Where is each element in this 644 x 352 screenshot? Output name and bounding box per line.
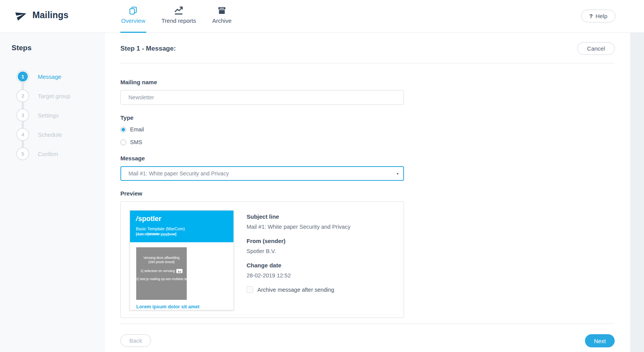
message-select-value: Mail #1: White paper Security and Privac…	[128, 170, 397, 177]
mailing-name-label: Mailing name	[120, 79, 404, 85]
archive-box-icon	[217, 5, 226, 16]
type-label: Type	[120, 114, 404, 121]
from-sender-value: Spotler B.V.	[247, 248, 350, 254]
preview-label: Preview	[120, 190, 404, 197]
tab-archive[interactable]: Archive	[211, 0, 232, 33]
step-circle-3: 3	[17, 109, 29, 121]
radio-sms-label: SMS	[130, 139, 142, 145]
cancel-button[interactable]: Cancel	[577, 42, 615, 55]
step-label-target-group: Target group	[38, 93, 70, 99]
header-tabs: Overview Trend reports	[120, 0, 232, 33]
app-header: Mailings Overview	[0, 0, 644, 33]
question-mark-icon: ?	[589, 13, 593, 19]
radio-option-sms[interactable]: SMS	[120, 138, 404, 146]
archive-after-sending-option[interactable]: Archive message after sending	[247, 286, 350, 293]
thumbnail-lorem-heading: Lorem ipsum dolor sit amet	[136, 304, 228, 309]
step-settings[interactable]: 3 Settings	[12, 105, 105, 125]
tab-overview-label: Overview	[121, 17, 145, 24]
chevron-down-icon: ▾	[397, 172, 399, 176]
logo-text: spotler	[138, 215, 161, 223]
trend-chart-icon	[174, 5, 184, 16]
subject-line-label: Subject line	[247, 213, 350, 220]
step-circle-4: 4	[17, 129, 29, 140]
message-label: Message	[120, 155, 404, 162]
placeholder-line2: (260 pixels breed)	[136, 260, 187, 264]
stepper: 1 Message 2 Target group 3 Settings 4 Sc…	[12, 67, 105, 163]
tab-trend-reports[interactable]: Trend reports	[161, 0, 197, 33]
picture-icon	[176, 269, 183, 273]
subject-line-value: Mail #1: White paper Security and Privac…	[247, 224, 350, 230]
tab-archive-label: Archive	[212, 17, 232, 24]
title-divider	[120, 63, 615, 63]
help-button[interactable]: ? Help	[581, 10, 615, 22]
app-title: Mailings	[32, 10, 69, 20]
step-confirm[interactable]: 5 Confirm	[12, 144, 105, 163]
change-date-label: Change date	[247, 262, 350, 269]
step-label-message: Message	[38, 73, 61, 80]
brand: Mailings	[15, 9, 69, 21]
logo-slash: /	[136, 215, 138, 223]
message-form: Mailing name Type Email SMS Message Mail…	[120, 79, 404, 318]
email-preview-thumbnail[interactable]: /spotler Basic Template (MarCom) [date:n…	[130, 210, 234, 310]
steps-sidebar: Steps 1 Message 2 Target group 3 Setting…	[0, 33, 105, 352]
page: Mailings Overview	[0, 0, 644, 352]
radio-email-icon	[120, 127, 126, 133]
step-circle-1: 1	[17, 71, 29, 82]
placeholder-line4: 2) test je mailing op een mobiele telefo…	[136, 277, 187, 281]
step-circle-5: 5	[17, 148, 29, 160]
archive-checkbox-label: Archive message after sending	[257, 287, 334, 293]
steps-title: Steps	[12, 44, 105, 52]
footer-divider	[120, 323, 615, 324]
date-merge-tag: [date:nl|MMMM yyyy|now]	[136, 232, 228, 236]
placeholder-line1: Vervang deze afbeelding	[136, 256, 187, 260]
preview-panel: /spotler Basic Template (MarCom) [date:n…	[120, 201, 404, 318]
template-name: Basic Template (MarCom)	[136, 226, 228, 231]
step-label-settings: Settings	[38, 112, 59, 119]
spotler-logo: /spotler	[136, 215, 228, 223]
page-title: Step 1 - Message:	[120, 45, 176, 53]
step-label-schedule: Schedule	[38, 131, 62, 138]
radio-email-label: Email	[130, 126, 144, 133]
image-placeholder: Vervang deze afbeelding (260 pixels bree…	[136, 247, 187, 300]
radio-option-email[interactable]: Email	[120, 125, 404, 134]
tab-trend-reports-label: Trend reports	[162, 17, 196, 24]
mailing-name-input[interactable]	[120, 90, 404, 105]
archive-checkbox[interactable]	[247, 286, 253, 293]
overview-pages-icon	[128, 5, 138, 16]
from-sender-label: From (sender)	[247, 238, 350, 244]
step-message[interactable]: 1 Message	[12, 67, 105, 86]
help-button-label: Help	[595, 13, 607, 19]
main-content: Step 1 - Message: Cancel Mailing name Ty…	[105, 33, 630, 352]
change-date-value: 28-02-2019 12:52	[247, 272, 350, 279]
placeholder-line3: 1) selecteer en vervang	[140, 269, 175, 273]
step-target-group[interactable]: 2 Target group	[12, 86, 105, 105]
message-select[interactable]: Mail #1: White paper Security and Privac…	[120, 166, 404, 181]
back-button[interactable]: Back	[120, 334, 151, 347]
radio-sms-icon	[120, 139, 126, 145]
step-circle-2: 2	[17, 90, 29, 102]
preview-details: Subject line Mail #1: White paper Securi…	[247, 210, 350, 318]
step-schedule[interactable]: 4 Schedule	[12, 125, 105, 144]
next-button[interactable]: Next	[585, 334, 615, 347]
step-label-confirm: Confirm	[38, 151, 58, 157]
thumbnail-header: /spotler Basic Template (MarCom) [date:n…	[130, 211, 233, 242]
thumbnail-body: Vervang deze afbeelding (260 pixels bree…	[130, 242, 233, 310]
tab-overview[interactable]: Overview	[120, 0, 146, 33]
paper-plane-icon	[15, 9, 27, 21]
